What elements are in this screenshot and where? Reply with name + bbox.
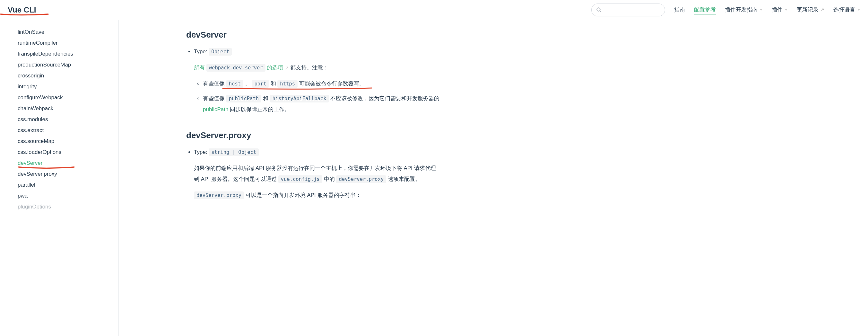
nav-label: 更新记录 (797, 6, 818, 13)
code-https: https (277, 80, 298, 88)
link-label: 的选项 (267, 64, 283, 71)
sidebar-item-cssextract[interactable]: css.extract (18, 125, 119, 136)
nav-link-plugins[interactable]: 插件 (772, 6, 788, 14)
text-suffix: 都支持。注意： (290, 64, 329, 71)
list-item: 有些值像 host 、 port 和 https 可能会被命令行参数覆写。 (203, 78, 440, 89)
svg-line-1 (600, 11, 601, 12)
type-code: Object (209, 48, 232, 56)
code-host: host (226, 80, 243, 88)
content: devServer Type: Object 所有 webpack-dev-se… (119, 20, 459, 336)
nav-right: 指南 配置参考 插件开发指南 插件 更新记录 ↗ 选择语言 (591, 3, 860, 17)
text: 有些值像 (203, 81, 226, 87)
text-prefix: 所有 (194, 64, 207, 71)
list-item: Type: Object 所有 webpack-dev-server 的选项 ↗… (194, 46, 440, 115)
sidebar-item-chainwebpack[interactable]: chainWebpack (18, 103, 119, 114)
text: 可以是一个指向开发环境 API 服务器的字符串： (246, 192, 361, 198)
text: 选项来配置。 (388, 176, 421, 182)
type-code: string | Object (209, 148, 259, 156)
list-item: Type: string | Object 如果你的前端应用和后端 API 服务… (194, 147, 440, 201)
sidebar-item-pwa[interactable]: pwa (18, 191, 119, 201)
search-icon (596, 7, 602, 13)
chevron-down-icon (857, 9, 860, 10)
sidebar-item-cssloaderoptions[interactable]: css.loaderOptions (18, 147, 119, 158)
text: 、 (245, 81, 252, 87)
list-item: 有些值像 publicPath 和 historyApiFallback 不应该… (203, 93, 440, 115)
code-historyapifallback: historyApiFallback (270, 95, 329, 103)
site-name[interactable]: Vue CLI (8, 5, 36, 15)
text: 中的 (324, 176, 336, 182)
search-box[interactable] (591, 3, 665, 17)
heading-devserver: devServer (186, 30, 440, 40)
nav-label: 插件 (772, 6, 783, 13)
chevron-down-icon (760, 9, 763, 10)
nav-label: 插件开发指南 (725, 6, 757, 13)
text: 有些值像 (203, 95, 226, 102)
type-label: Type: (194, 149, 209, 155)
sidebar-item-cssmodules[interactable]: css.modules (18, 114, 119, 125)
sidebar-item-lintonsave[interactable]: lintOnSave (18, 27, 119, 37)
text: 同步以保障正常的工作。 (230, 106, 290, 112)
external-link-icon: ↗ (285, 65, 288, 71)
nav-link-plugin-dev[interactable]: 插件开发指南 (725, 6, 763, 14)
navbar: Vue CLI 指南 配置参考 插件开发指南 插件 更新记录 ↗ 选择语言 (0, 0, 868, 20)
sidebar-item-configurewebpack[interactable]: configureWebpack (18, 92, 119, 103)
annotation-underline (203, 87, 373, 91)
text: 和 (263, 95, 270, 102)
code-vueconfigjs: vue.config.js (278, 175, 322, 183)
nav-link-changelog[interactable]: 更新记录 ↗ (797, 6, 824, 14)
code-publicpath: publicPath (226, 95, 261, 103)
sidebar-item-productionsourcemap[interactable]: productionSourceMap (18, 59, 119, 71)
sidebar-item-parallel[interactable]: parallel (18, 179, 119, 191)
nav-link-config[interactable]: 配置参考 (694, 6, 716, 15)
text: 可能会被命令行参数覆写。 (299, 81, 365, 87)
link-publicpath[interactable]: publicPath (203, 106, 228, 112)
sidebar-item-pluginoptions[interactable]: pluginOptions (18, 201, 119, 212)
sidebar-item-csssourcemap[interactable]: css.sourceMap (18, 136, 119, 147)
sidebar-item-integrity[interactable]: integrity (18, 81, 119, 92)
code-port: port (252, 80, 269, 88)
chevron-down-icon (784, 9, 788, 10)
sidebar-item-devserver[interactable]: devServer (18, 158, 119, 169)
sidebar: lintOnSave runtimeCompiler transpileDepe… (0, 20, 119, 336)
sidebar-item-crossorigin[interactable]: crossorigin (18, 71, 119, 81)
type-label: Type: (194, 49, 209, 55)
heading-devserver-proxy: devServer.proxy (186, 131, 440, 140)
sidebar-item-transpiledependencies[interactable]: transpileDependencies (18, 49, 119, 59)
text: 和 (271, 81, 278, 87)
link-options[interactable]: 的选项 ↗ (267, 64, 290, 71)
sidebar-item-runtimecompiler[interactable]: runtimeCompiler (18, 37, 119, 49)
sidebar-item-devserverproxy[interactable]: devServer.proxy (18, 169, 119, 179)
nav-link-guide[interactable]: 指南 (674, 6, 685, 14)
external-link-icon: ↗ (820, 7, 824, 12)
svg-point-0 (597, 8, 600, 11)
sidebar-item-label: devServer (18, 160, 42, 166)
code-devserverproxy: devServer.proxy (194, 192, 244, 199)
code-webpack-dev-server: webpack-dev-server (207, 64, 266, 72)
code-devserverproxy: devServer.proxy (336, 175, 386, 183)
text: 不应该被修改，因为它们需要和开发服务器的 (330, 95, 439, 102)
nav-label: 选择语言 (833, 6, 855, 13)
nav-link-language[interactable]: 选择语言 (833, 6, 860, 14)
